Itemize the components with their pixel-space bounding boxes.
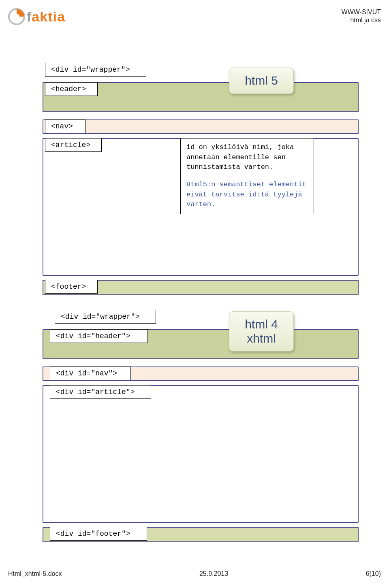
badge-line1: html 4 (242, 317, 281, 332)
page-footer: Html_xhtml-5.docx 25.9.2013 6(10) (8, 570, 381, 577)
logo-text: faktia (27, 9, 65, 25)
info-box: id on yksilöivä nimi, joka annetaan elem… (180, 138, 314, 214)
tag-wrapper-2: <div id="wrapper"> (55, 310, 156, 324)
tag-header: <header> (45, 82, 98, 96)
svg-point-1 (14, 14, 19, 19)
footer-center: 25.9.2013 (199, 570, 228, 577)
info-paragraph1: id on yksilöivä nimi, joka annetaan elem… (186, 143, 308, 173)
tag-header-2: <div id="header"> (50, 329, 148, 343)
tag-article-2: <div id="article"> (50, 385, 151, 399)
header-line1: WWW-SIVUT (342, 8, 381, 16)
badge-html5: html 5 (229, 68, 294, 94)
page-header: faktia WWW-SIVUT html ja css (8, 8, 381, 25)
header-right-text: WWW-SIVUT html ja css (342, 8, 381, 24)
diagram-html4: <div id="wrapper"> <div id="header"> htm… (43, 310, 359, 553)
tag-nav-2: <div id="nav"> (50, 366, 131, 380)
band-nav (43, 119, 359, 134)
logo: faktia (8, 8, 65, 25)
diagram-html5: <div id="wrapper"> <header> html 5 <nav>… (43, 63, 359, 298)
content-area: <div id="wrapper"> <header> html 5 <nav>… (43, 63, 359, 553)
logo-letters-rest: aktia (32, 9, 65, 24)
tag-wrapper: <div id="wrapper"> (45, 63, 146, 77)
footer-right: 6(10) (366, 570, 381, 577)
logo-icon (8, 8, 25, 25)
logo-letter-f: f (27, 9, 32, 24)
header-line2: html ja css (342, 16, 381, 24)
tag-footer-2: <div id="footer"> (50, 527, 147, 541)
info-paragraph2: Html5:n semanttiset elementit eivät tarv… (186, 180, 308, 210)
badge-html4: html 4 xhtml (229, 311, 294, 352)
tag-nav: <nav> (45, 119, 85, 133)
footer-left: Html_xhtml-5.docx (8, 570, 62, 577)
tag-article: <article> (45, 138, 102, 152)
band-article-2 (43, 385, 359, 523)
tag-footer: <footer> (45, 280, 98, 294)
badge-line2: xhtml (242, 332, 281, 346)
